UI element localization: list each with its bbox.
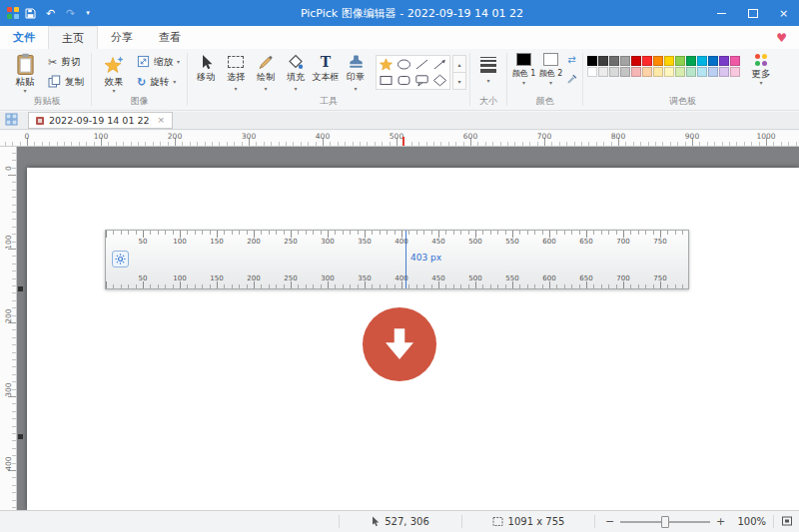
chevron-down-icon: ▾ (177, 59, 180, 65)
rotate-button[interactable]: ↻ 旋转 ▾ (133, 73, 184, 91)
palette-swatch[interactable] (730, 56, 740, 66)
save-icon (25, 8, 36, 19)
shape-arrow-button[interactable] (431, 57, 448, 72)
group-size: ▾ 大小 (471, 49, 505, 110)
menu-tab[interactable]: 查看 (146, 26, 194, 49)
heart-icon[interactable]: ♥ (776, 26, 787, 49)
palette-swatch[interactable] (708, 67, 718, 77)
ruler-number: 100 (4, 235, 13, 251)
zoom-out-button[interactable]: − (602, 515, 617, 528)
palette-swatch[interactable] (642, 67, 652, 77)
selection-handle[interactable] (18, 434, 23, 439)
chevron-down-icon: ▾ (265, 86, 268, 92)
menu-tab[interactable]: 文件 (0, 26, 48, 49)
palette-swatch[interactable] (719, 67, 729, 77)
line-width-icon (480, 52, 496, 77)
chevron-down-icon: ▾ (112, 88, 115, 94)
shape-rectangle-button[interactable] (378, 73, 395, 88)
palette-swatch[interactable] (664, 56, 674, 66)
shape-ellipse-button[interactable] (396, 57, 412, 72)
resize-icon (137, 55, 150, 70)
tool-stamp-button[interactable]: 印章 ▾ (341, 49, 371, 92)
palette-swatch[interactable] (587, 67, 597, 77)
shape-diamond-button[interactable] (431, 73, 448, 88)
paste-button[interactable]: 粘贴 ▾ (6, 49, 44, 94)
color2-button[interactable]: 颜色 2 ▾ (537, 49, 564, 86)
ruler-number: 0 (25, 132, 30, 141)
palette-swatch[interactable] (697, 67, 707, 77)
horizontal-ruler: 01002003004005006007008009001000 (0, 131, 799, 147)
zoom-slider-thumb[interactable] (661, 516, 669, 528)
menu-tab[interactable]: 主页 (48, 26, 98, 49)
arrange-windows-button[interactable] (5, 111, 18, 130)
palette-swatch[interactable] (719, 56, 729, 66)
resize-button[interactable]: 缩放 ▾ (133, 53, 184, 71)
eyedropper-button[interactable] (566, 70, 577, 89)
ruler-number: 400 (4, 456, 13, 472)
tab-close-button[interactable]: × (158, 116, 166, 125)
palette-swatch[interactable] (609, 56, 619, 66)
text-icon: T (321, 55, 331, 69)
undo-button[interactable]: ↶ (42, 3, 59, 23)
copy-button[interactable]: 复制 (44, 73, 88, 91)
ruler-image-number: 200 (247, 238, 260, 246)
download-arrow-badge (363, 307, 436, 381)
gallery-scroll-up-button[interactable]: ▴ (453, 56, 465, 73)
palette-swatch[interactable] (653, 56, 663, 66)
shape-star-button[interactable] (378, 57, 395, 72)
ruler-number: 200 (4, 308, 13, 324)
minimize-button[interactable] (706, 0, 737, 26)
zoom-in-button[interactable]: + (713, 515, 728, 528)
cut-button[interactable]: ✂ 剪切 (44, 53, 88, 71)
menu-tab[interactable]: 分享 (98, 26, 146, 49)
color1-button[interactable]: 颜色 1 ▾ (510, 49, 537, 86)
tool-select-button[interactable]: 选择 ▾ (221, 49, 251, 92)
quick-access-toolbar: ↶ ↷ ▾ (0, 3, 125, 23)
maximize-button[interactable] (737, 0, 768, 26)
save-button[interactable] (22, 3, 39, 23)
palette-swatch[interactable] (653, 67, 663, 77)
tool-text-button[interactable]: T 文本框 (311, 49, 341, 84)
qat-customize-button[interactable]: ▾ (82, 3, 94, 23)
palette-swatch[interactable] (598, 67, 608, 77)
close-button[interactable]: × (768, 0, 799, 26)
shape-rounded-rect-button[interactable] (396, 73, 412, 88)
chevron-down-icon: ▾ (487, 78, 490, 84)
palette-swatch[interactable] (598, 56, 608, 66)
gallery-scroll-down-button[interactable]: ▾ (453, 73, 465, 89)
effects-button[interactable]: 效果 ▾ (95, 49, 133, 94)
palette-swatch[interactable] (730, 67, 740, 77)
fit-window-button[interactable] (781, 515, 793, 529)
palette-swatch[interactable] (620, 67, 630, 77)
palette-swatch[interactable] (642, 56, 652, 66)
statusbar: 527, 306 1091 x 755 − + 100% (0, 510, 799, 532)
shape-line-button[interactable] (413, 57, 430, 72)
redo-button[interactable]: ↷ (62, 3, 79, 23)
ruler-image-number: 250 (284, 274, 297, 282)
palette-swatch[interactable] (631, 67, 641, 77)
palette-swatch[interactable] (587, 56, 597, 66)
swap-colors-button[interactable]: ⇄ (567, 55, 575, 65)
more-colors-button[interactable]: 更多 ▾ (743, 49, 779, 86)
palette-swatch[interactable] (620, 56, 630, 66)
palette-swatch[interactable] (664, 67, 674, 77)
shape-callout-button[interactable] (413, 73, 430, 88)
palette-swatch[interactable] (708, 56, 718, 66)
document-tab[interactable]: 2022-09-19 14 01 22 × (28, 112, 173, 129)
palette-swatch[interactable] (631, 56, 641, 66)
tool-fill-button[interactable]: 填充 ▾ (281, 49, 311, 92)
effects-icon (104, 52, 124, 77)
palette-swatch[interactable] (675, 67, 685, 77)
palette-swatch[interactable] (686, 56, 696, 66)
palette-swatch[interactable] (675, 56, 685, 66)
palette-swatch[interactable] (697, 56, 707, 66)
document-icon (36, 117, 44, 125)
palette-swatch[interactable] (609, 67, 619, 77)
palette-swatch[interactable] (686, 67, 696, 77)
line-width-button[interactable]: ▾ (473, 49, 503, 84)
ruler-number: 700 (537, 132, 551, 141)
selection-handle[interactable] (18, 286, 23, 291)
tool-draw-button[interactable]: 绘制 ▾ (251, 49, 281, 92)
tool-move-button[interactable]: 移动 (191, 49, 221, 84)
zoom-slider[interactable] (620, 515, 710, 529)
